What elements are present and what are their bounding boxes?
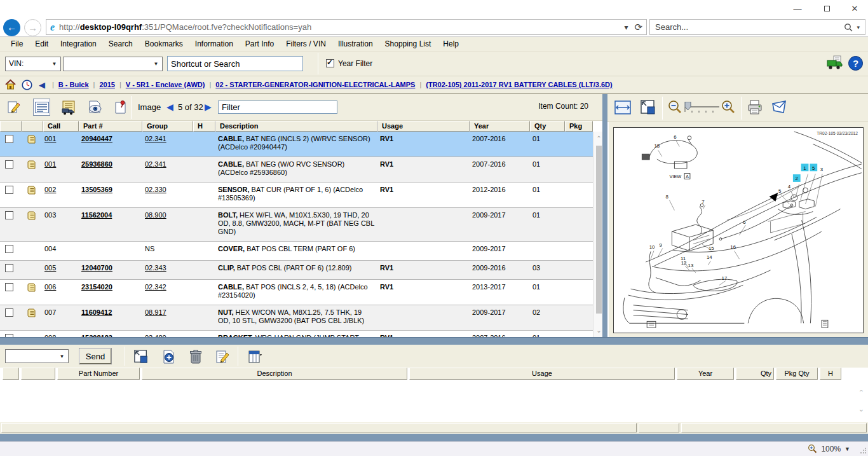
row-checkbox[interactable] <box>0 283 22 300</box>
menu-item-filters-vin[interactable]: Filters / VIN <box>280 38 332 50</box>
cell-part[interactable]: 12040700 <box>79 264 142 274</box>
zoom-slider[interactable] <box>684 102 721 118</box>
cell-group[interactable]: 02.330 <box>142 186 193 202</box>
scroll-up-icon[interactable]: ⌃ <box>858 389 864 397</box>
column-header-Call[interactable]: Call <box>43 121 79 132</box>
menu-item-integration[interactable]: Integration <box>55 38 103 50</box>
menu-item-help[interactable]: Help <box>437 38 465 50</box>
document-link[interactable] <box>22 211 43 236</box>
part-number-link[interactable]: 12040700 <box>81 264 112 272</box>
cell-call[interactable]: 002 <box>43 186 79 202</box>
next-image-icon[interactable]: ▶ <box>205 102 212 112</box>
menu-item-information[interactable]: Information <box>189 38 240 50</box>
zoom-out-button[interactable] <box>666 99 683 116</box>
document-link[interactable] <box>22 283 43 300</box>
breadcrumb-link[interactable]: (TR02-105) 2011-2017 RV1 BATTERY CABLES … <box>426 81 612 88</box>
cell-part[interactable]: 25936860 <box>79 160 142 177</box>
document-link[interactable] <box>22 135 43 151</box>
delete-item-button[interactable] <box>187 348 204 365</box>
vin-type-dropdown[interactable]: VIN: ▼ <box>5 57 61 71</box>
url-field[interactable]: e http://desktop-l09qrhf:351/PQMace/root… <box>46 19 647 35</box>
table-row[interactable]: 0071160941208.917NUT, HEX W/CON WA, M8X1… <box>0 305 593 331</box>
column-header-H[interactable]: H <box>193 121 215 132</box>
group-link[interactable]: 08.900 <box>145 211 166 219</box>
row-checkbox[interactable] <box>0 135 22 151</box>
document-link[interactable] <box>22 186 43 202</box>
cell-group[interactable]: 02.341 <box>142 160 193 177</box>
year-filter-checkbox[interactable] <box>326 59 334 70</box>
zoom-control[interactable]: 100% ▼ <box>808 444 850 453</box>
restore-list-button[interactable] <box>132 348 149 365</box>
cell-call[interactable]: 006 <box>43 283 79 300</box>
cell-group[interactable]: 02.342 <box>142 283 193 300</box>
filter-input[interactable] <box>218 100 337 114</box>
part-number-link[interactable]: 23154020 <box>81 283 112 291</box>
cell-part[interactable]: 23154020 <box>79 283 142 300</box>
menu-item-file[interactable]: File <box>5 38 29 50</box>
column-header-Qty[interactable]: Qty <box>530 121 565 132</box>
menu-item-search[interactable]: Search <box>103 38 139 50</box>
help-button[interactable]: ? <box>848 55 864 74</box>
cell-group[interactable]: 08.917 <box>142 308 193 325</box>
document-link[interactable] <box>22 308 43 325</box>
forward-button[interactable]: → <box>24 19 41 36</box>
menu-item-bookmarks[interactable]: Bookmarks <box>139 38 189 50</box>
pin-note-button[interactable] <box>112 99 129 116</box>
url-dropdown-icon[interactable]: ▾ <box>624 23 628 32</box>
document-icon[interactable] <box>27 214 36 221</box>
table-row[interactable]: 0081529818302.480BRACKET, WRG HARN GND (… <box>0 331 593 337</box>
close-button[interactable]: ✕ <box>845 3 864 15</box>
column-header-blank[interactable] <box>0 121 22 132</box>
group-link[interactable]: 02.341 <box>145 160 166 168</box>
list-view-button[interactable] <box>33 99 50 116</box>
preview-button[interactable] <box>86 99 104 116</box>
document-icon[interactable] <box>27 137 36 145</box>
previous-image-icon[interactable]: ◀ <box>166 102 173 112</box>
transfer-truck-button[interactable] <box>60 99 77 116</box>
vertical-splitter[interactable] <box>602 94 607 337</box>
fit-page-button[interactable] <box>639 99 656 116</box>
search-dropdown-icon[interactable]: ▾ <box>857 24 860 31</box>
email-button[interactable] <box>770 99 787 116</box>
group-link[interactable]: 02.330 <box>145 186 166 193</box>
column-header-Part #[interactable]: Part # <box>79 121 142 132</box>
table-row[interactable]: 0051204070002.343CLIP, BAT POS CBL (PART… <box>0 261 593 280</box>
search-box[interactable]: Search... ▾ <box>649 19 865 35</box>
cell-call[interactable]: 001 <box>43 135 79 151</box>
group-link[interactable]: 08.917 <box>145 308 166 316</box>
fit-width-button[interactable] <box>614 99 631 116</box>
group-link[interactable]: 02.343 <box>145 264 166 272</box>
cell-group[interactable]: 08.900 <box>142 211 193 236</box>
cell-call[interactable]: 005 <box>43 264 79 274</box>
document-link[interactable] <box>22 160 43 177</box>
scroll-down-icon[interactable]: ⌄ <box>858 405 864 413</box>
menu-item-illustration[interactable]: Illustration <box>332 38 379 50</box>
send-button[interactable]: Send <box>79 349 111 364</box>
call-number[interactable]: 006 <box>44 283 56 291</box>
horizontal-splitter[interactable] <box>0 337 868 345</box>
cell-part[interactable]: 13505369 <box>79 186 142 202</box>
document-icon[interactable] <box>27 286 36 293</box>
row-checkbox[interactable] <box>0 211 22 236</box>
bottom-column-Description[interactable]: Description <box>142 368 407 380</box>
search-icon[interactable] <box>844 23 853 32</box>
column-header-blank[interactable] <box>22 121 43 132</box>
document-icon[interactable] <box>27 163 36 170</box>
row-checkbox[interactable] <box>0 245 22 255</box>
call-number[interactable]: 001 <box>44 160 56 168</box>
edit-item-button[interactable] <box>214 348 231 365</box>
bottom-column-H[interactable]: H <box>820 368 841 380</box>
scrollbar-thumb[interactable] <box>596 146 602 314</box>
row-checkbox[interactable] <box>0 308 22 325</box>
breadcrumb-back-icon[interactable]: ◀ <box>39 80 45 90</box>
zoom-in-button[interactable] <box>719 99 736 116</box>
back-button[interactable]: ← <box>3 19 20 36</box>
edit-notes-button[interactable] <box>5 99 22 116</box>
call-number[interactable]: 005 <box>44 264 56 272</box>
table-row[interactable]: 0012593686002.341CABLE, BAT NEG (W/O RVC… <box>0 157 593 183</box>
table-row[interactable]: 0021350536902.330SENSOR, BAT CUR (PART O… <box>0 183 593 208</box>
order-truck-button[interactable] <box>826 55 844 74</box>
breadcrumb-link[interactable]: 02 - STARTER-GENERATOR-IGNITION-ELECTRIC… <box>215 81 415 88</box>
bottom-column-Usage[interactable]: Usage <box>409 368 675 380</box>
bottom-column-blank[interactable] <box>3 368 19 380</box>
